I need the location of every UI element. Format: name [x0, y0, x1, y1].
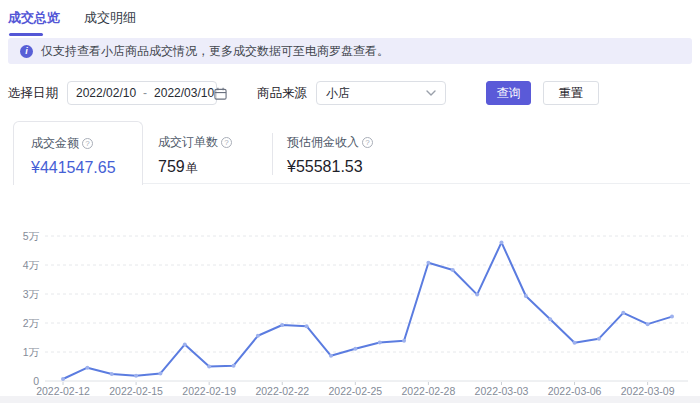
tab-detail-label: 成交明细 — [84, 10, 136, 25]
data-point-marker — [256, 334, 260, 338]
y-axis-label: 4万 — [23, 259, 40, 271]
stat-card-commission[interactable]: 预估佣金收入 ? ¥55581.53 — [287, 121, 373, 176]
y-axis-label: 1万 — [23, 346, 40, 358]
data-point-marker — [475, 293, 479, 297]
stat-commission-label-row: 预估佣金收入 ? — [287, 134, 373, 151]
data-point-marker — [207, 365, 211, 369]
stats-divider — [272, 133, 273, 175]
y-axis-label: 3万 — [23, 288, 40, 300]
info-banner: i 仅支持查看小店商品成交情况，更多成交数据可至电商罗盘查看。 — [8, 38, 692, 64]
data-point-marker — [451, 268, 455, 272]
data-point-marker — [499, 240, 503, 244]
stats-tabbar: 成交金额 ? ¥441547.65 成交订单数 ? 759单 预估佣金收入 ? … — [13, 121, 690, 184]
date-start-value: 2022/02/10 — [76, 86, 136, 100]
revenue-line — [63, 242, 672, 379]
chevron-down-icon — [426, 90, 436, 96]
help-icon[interactable]: ? — [362, 137, 373, 148]
tab-overview[interactable]: 成交总览 — [8, 9, 60, 27]
active-tab-underline — [9, 33, 43, 36]
data-point-marker — [353, 347, 357, 351]
date-range-label: 选择日期 — [8, 85, 58, 102]
query-button[interactable]: 查询 — [486, 81, 531, 105]
data-point-marker — [232, 364, 236, 368]
stat-card-amount[interactable]: 成交金额 ? ¥441547.65 — [13, 121, 143, 185]
page-background-strip — [0, 396, 700, 403]
transaction-dashboard: 成交总览 成交明细 i 仅支持查看小店商品成交情况，更多成交数据可至电商罗盘查看… — [0, 0, 700, 403]
info-icon: i — [20, 45, 33, 58]
product-source-select[interactable]: 小店 — [316, 81, 446, 105]
banner-text: 仅支持查看小店商品成交情况，更多成交数据可至电商罗盘查看。 — [41, 43, 389, 60]
date-range-input[interactable]: 2022/02/10 - 2022/03/10 — [67, 81, 217, 105]
data-point-marker — [305, 324, 309, 328]
data-point-marker — [670, 315, 674, 319]
top-tabs: 成交总览 成交明细 — [8, 9, 136, 27]
stat-orders-label-row: 成交订单数 ? — [158, 134, 232, 151]
date-end-value: 2022/03/10 — [154, 86, 214, 100]
help-icon[interactable]: ? — [82, 138, 93, 149]
data-point-marker — [85, 366, 89, 370]
data-point-marker — [426, 261, 430, 265]
tab-overview-label: 成交总览 — [8, 10, 60, 25]
data-point-marker — [597, 337, 601, 341]
data-point-marker — [110, 372, 114, 376]
product-source-label: 商品来源 — [257, 85, 307, 102]
y-axis-label: 5万 — [23, 230, 40, 242]
data-point-marker — [646, 322, 650, 326]
data-point-marker — [621, 311, 625, 315]
stat-orders-value: 759单 — [158, 158, 232, 177]
data-point-marker — [329, 354, 333, 358]
data-point-marker — [378, 340, 382, 344]
stat-commission-value: ¥55581.53 — [287, 158, 373, 176]
data-point-marker — [158, 371, 162, 375]
help-icon[interactable]: ? — [221, 137, 232, 148]
data-point-marker — [524, 294, 528, 298]
stat-orders-number: 759 — [158, 158, 185, 175]
date-separator: - — [143, 86, 147, 100]
stat-amount-label: 成交金额 — [31, 135, 79, 152]
stat-amount-label-row: 成交金额 ? — [31, 135, 142, 152]
y-axis-label: 2万 — [23, 317, 40, 329]
data-point-marker — [134, 374, 138, 378]
data-point-marker — [280, 323, 284, 327]
stat-orders-unit: 单 — [186, 161, 198, 175]
tab-detail[interactable]: 成交明细 — [84, 9, 136, 27]
stat-amount-value: ¥441547.65 — [31, 159, 142, 177]
filter-row: 选择日期 2022/02/10 - 2022/03/10 商品来源 小店 查询 … — [8, 81, 700, 105]
transactions-line-chart[interactable]: 01万2万3万4万5万2022-02-122022-02-152022-02-1… — [0, 213, 700, 398]
calendar-icon — [214, 87, 227, 100]
data-point-marker — [183, 342, 187, 346]
reset-button[interactable]: 重置 — [543, 81, 599, 105]
data-point-marker — [402, 339, 406, 343]
data-point-marker — [573, 341, 577, 345]
stat-commission-label: 预估佣金收入 — [287, 134, 359, 151]
stat-orders-label: 成交订单数 — [158, 134, 218, 151]
data-point-marker — [548, 317, 552, 321]
stat-card-orders[interactable]: 成交订单数 ? 759单 — [158, 121, 232, 177]
data-point-marker — [61, 377, 65, 381]
product-source-value: 小店 — [326, 85, 350, 102]
